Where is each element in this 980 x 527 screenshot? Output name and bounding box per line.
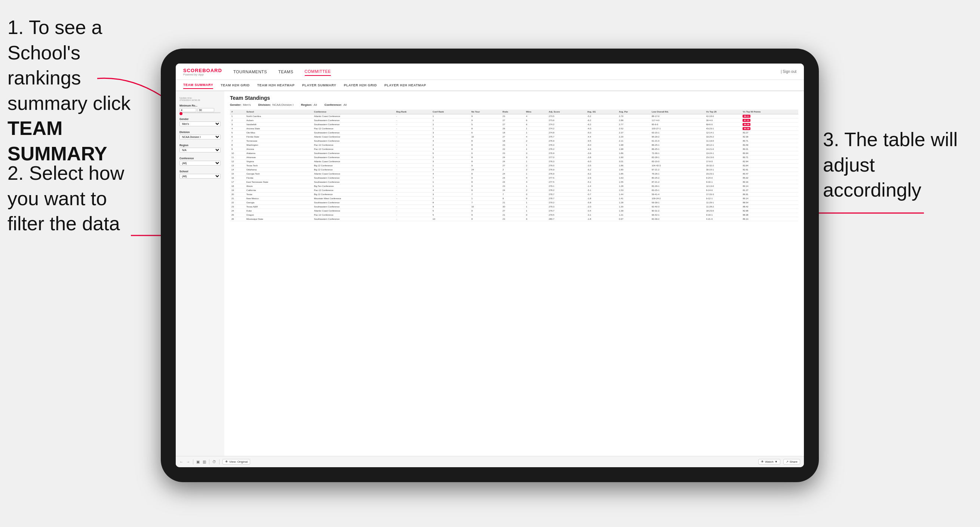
- sidebar-gender-select[interactable]: Men's Women's: [180, 121, 221, 126]
- table-cell: 8: [470, 172, 501, 176]
- table-cell: 279.5: [547, 213, 586, 217]
- sidebar-division-select[interactable]: NCAA Division I: [180, 135, 221, 140]
- table-row: 11ArkansasSoutheastern Conference-282432…: [230, 156, 798, 160]
- sidebar-region-select[interactable]: N/A: [180, 148, 221, 152]
- table-cell: 5: [431, 151, 470, 156]
- table-cell: 277.5: [547, 176, 586, 180]
- table-cell: 83-25-1: [650, 188, 705, 192]
- table-cell: 4: [431, 139, 470, 143]
- table-cell: 15-32-2: [705, 164, 741, 168]
- table-cell: -3.1: [585, 213, 617, 217]
- table-cell: 14-21-0: [705, 147, 741, 151]
- subnav-player-h2h-heatmap[interactable]: PLAYER H2H HEATMAP: [384, 82, 426, 89]
- tablet-screen: SCOREBOARD Powered by clippi TOURNAMENTS…: [176, 63, 804, 467]
- table-cell: 1.98: [617, 147, 650, 151]
- table-cell: 59-39-1: [650, 201, 705, 205]
- table-cell: -: [395, 176, 431, 180]
- table-cell: 1: [525, 209, 547, 213]
- table-cell: 8: [470, 180, 501, 184]
- logo-area: SCOREBOARD Powered by clippi: [183, 68, 222, 76]
- table-cell: 80.14: [741, 184, 798, 188]
- nav-tournaments[interactable]: TOURNAMENTS: [233, 68, 267, 76]
- table-cell: 7: [470, 201, 501, 205]
- share-button[interactable]: ↗ Share: [783, 459, 800, 465]
- col-low: Low Overall Rd.: [650, 110, 705, 114]
- paste-icon[interactable]: ▥: [203, 460, 206, 464]
- subnav-player-h2h-grid[interactable]: PLAYER H2H GRID: [344, 82, 377, 89]
- watch-button[interactable]: 👁 Watch ▼: [758, 459, 780, 465]
- view-icon: 👁: [225, 460, 228, 464]
- table-cell: 1.30: [617, 205, 650, 209]
- table-cell: Southeastern Conference: [313, 139, 395, 143]
- table-cell: 42-18-0: [705, 114, 741, 119]
- table-row: 24DukeAtlantic Coast Conference-59271279…: [230, 209, 798, 213]
- sidebar-school-select[interactable]: (All): [180, 174, 221, 179]
- table-cell: 2.77: [617, 122, 650, 127]
- table-cell: -: [395, 205, 431, 209]
- table-cell: 1.28: [617, 184, 650, 188]
- table-cell: Pac-12 Conference: [313, 147, 395, 151]
- watch-label: Watch: [765, 460, 773, 464]
- table-cell: 1.39: [617, 209, 650, 213]
- table-cell: 95-29-2: [650, 135, 705, 139]
- nav-teams[interactable]: TEAMS: [278, 68, 293, 76]
- table-cell: 2: [431, 156, 470, 160]
- subnav-player-summary[interactable]: PLAYER SUMMARY: [302, 82, 336, 89]
- filter-division: Division: NCAA Division I: [258, 103, 294, 106]
- subnav: TEAM SUMMARY TEAM H2H GRID TEAM H2H HEAT…: [176, 80, 804, 91]
- table-cell: Southeastern Conference: [313, 180, 395, 184]
- subnav-team-summary[interactable]: TEAM SUMMARY: [183, 81, 213, 89]
- table-row: 14OklahomaBig 12 Conference-22422276.9-5…: [230, 168, 798, 172]
- table-cell: -6.2: [585, 122, 617, 127]
- table-cell: 8: [470, 139, 501, 143]
- col-reg-rank: Reg Rank: [395, 110, 431, 114]
- table-cell: 6: [525, 122, 547, 127]
- table-cell: 3: [525, 156, 547, 160]
- table-cell: 8-14-0: [705, 188, 741, 192]
- table-cell: 2.70: [617, 114, 650, 119]
- table-cell: 18-23-0: [705, 209, 741, 213]
- table-cell: 100-27-1: [650, 127, 705, 131]
- table-cell: 276.3: [547, 160, 586, 164]
- table-cell: 60-39-2: [650, 217, 705, 221]
- table-cell: 8: [470, 217, 501, 221]
- table-cell: 276.3: [547, 143, 586, 147]
- sidebar-conference-select[interactable]: (All): [180, 161, 221, 165]
- table-cell: 81.27: [741, 188, 798, 192]
- table-cell: 23: [501, 151, 525, 156]
- table-cell: -: [395, 192, 431, 197]
- copy-icon[interactable]: ▣: [196, 460, 200, 464]
- sidebar-min-from[interactable]: [180, 108, 196, 112]
- table-cell: 23: [230, 205, 245, 209]
- view-original-button[interactable]: 👁 View: Original: [223, 459, 250, 465]
- table-cell: 5: [431, 213, 470, 217]
- sign-out-link[interactable]: Sign out: [783, 70, 796, 74]
- table-cell: 2: [431, 122, 470, 127]
- table-cell: 22: [230, 201, 245, 205]
- nav-committee[interactable]: COMMITTEE: [305, 68, 331, 76]
- sidebar-division-section: Division NCAA Division I: [180, 131, 221, 140]
- clock-icon[interactable]: ⏱: [212, 460, 216, 464]
- table-cell: 1: [525, 143, 547, 147]
- table-cell: 1: [525, 147, 547, 151]
- subnav-team-h2h-heatmap[interactable]: TEAM H2H HEATMAP: [257, 82, 294, 89]
- table-cell: -5.0: [585, 131, 617, 135]
- table-cell: 83.27: [741, 131, 798, 135]
- table-cell: Vanderbilt: [245, 122, 313, 127]
- table-cell: 4: [431, 188, 470, 192]
- table-cell: 30-4-0: [705, 119, 741, 122]
- table-row: 15Georgia TechAtlantic Coast Conference-…: [230, 172, 798, 176]
- sidebar-min-to[interactable]: [197, 108, 214, 112]
- table-cell: 1.44: [617, 192, 650, 197]
- redo-icon[interactable]: →: [186, 460, 190, 464]
- table-cell: 1: [431, 197, 470, 201]
- table-cell: 82.94: [741, 160, 798, 164]
- undo-icon[interactable]: ←: [180, 460, 183, 464]
- table-cell: 8: [470, 160, 501, 164]
- table-cell: 88-17-0: [650, 114, 705, 119]
- table-row: 20TexasBig 12 Conference-3770278.7-0.71.…: [230, 192, 798, 197]
- table-cell: -: [395, 168, 431, 172]
- table-cell: 88.42: [741, 205, 798, 209]
- table-cell: 279.3: [547, 205, 586, 209]
- subnav-team-h2h-grid[interactable]: TEAM H2H GRID: [221, 82, 250, 89]
